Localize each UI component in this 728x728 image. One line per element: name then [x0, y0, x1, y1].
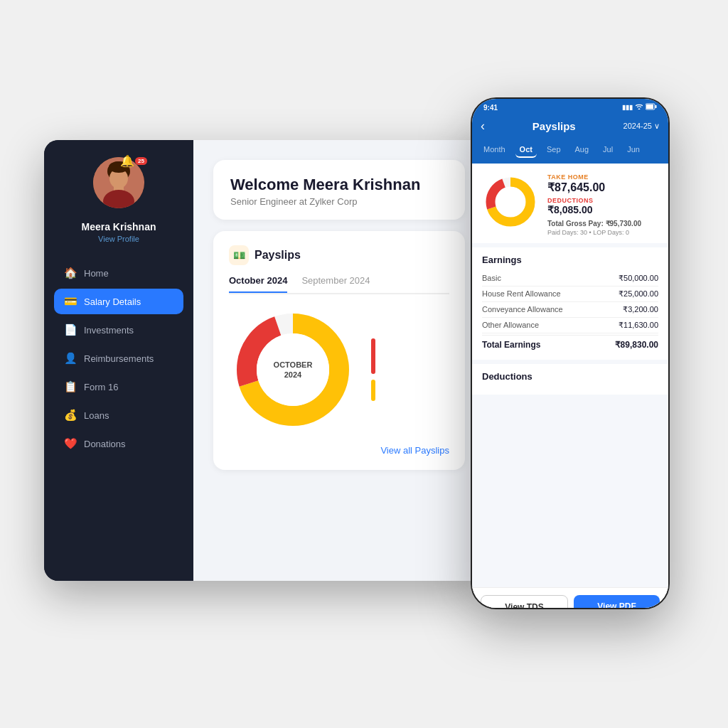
svg-rect-11: [655, 105, 657, 108]
month-tab-jun[interactable]: Jun: [623, 142, 644, 158]
deductions-label: DEDUCTIONS: [547, 197, 658, 204]
welcome-title: Welcome Meera Krishnan: [230, 176, 448, 194]
mobile-body: TAKE HOME ₹87,645.00 DEDUCTIONS ₹8,085.0…: [472, 164, 668, 587]
sidebar-item-reimbursements-label: Reimbursements: [84, 353, 154, 364]
mobile-time: 9:41: [483, 104, 498, 112]
sidebar-item-donations-label: Donations: [84, 439, 126, 449]
total-earnings-row: Total Earnings ₹89,830.00: [482, 335, 658, 353]
salary-icon: 💳: [64, 295, 77, 308]
donations-icon: ❤️: [64, 437, 77, 450]
conveyance-value: ₹3,200.00: [623, 305, 658, 314]
mobile-year-selector[interactable]: 2024-25 ∨: [623, 122, 660, 131]
take-home-value: ₹87,645.00: [547, 181, 658, 194]
total-gross: Total Gross Pay: ₹95,730.00: [547, 220, 658, 228]
earnings-section: Earnings Basic ₹50,000.00 House Rent All…: [472, 247, 668, 360]
sidebar-item-investments[interactable]: 📄 Investments: [54, 317, 183, 343]
payslips-icon: 💵: [229, 245, 249, 265]
tab-september[interactable]: September 2024: [301, 275, 370, 293]
avatar: [93, 157, 144, 208]
payslips-title: Payslips: [255, 249, 301, 262]
month-tab-label: Month: [479, 142, 510, 158]
sidebar-item-donations[interactable]: ❤️ Donations: [54, 431, 183, 456]
sidebar-user-name: Meera Krishnan: [81, 221, 156, 232]
earnings-title: Earnings: [482, 255, 658, 265]
status-icons: ▮▮▮: [622, 103, 657, 112]
total-earnings-label: Total Earnings: [482, 340, 540, 350]
mobile-header: ‹ Payslips 2024-25 ∨: [472, 114, 668, 142]
hra-value: ₹25,000.00: [619, 289, 658, 299]
sidebar-item-home[interactable]: 🏠 Home: [54, 260, 183, 286]
total-gross-value: ₹95,730.00: [606, 220, 642, 228]
chart-area: OCTOBER2024: [229, 306, 449, 434]
desktop-app: 🔔 25: [44, 140, 485, 581]
basic-label: Basic: [482, 274, 501, 283]
scene: 🔔 25: [44, 97, 684, 631]
sidebar-nav: 🏠 Home 💳 Salary Details 📄 Investments 👤 …: [44, 260, 193, 456]
loans-icon: 💰: [64, 409, 77, 422]
month-tab-aug[interactable]: Aug: [571, 142, 594, 158]
mobile-bottom-buttons: View TDS View PDF: [472, 587, 668, 609]
sidebar-item-salary[interactable]: 💳 Salary Details: [54, 289, 183, 314]
reimbursements-icon: 👤: [64, 352, 77, 365]
month-tab-oct[interactable]: Oct: [515, 142, 537, 158]
take-home-label: TAKE HOME: [547, 173, 658, 181]
svg-rect-12: [646, 105, 653, 109]
sidebar-item-salary-label: Salary Details: [84, 296, 141, 307]
view-pdf-button[interactable]: View PDF: [574, 595, 660, 609]
welcome-sub: Senior Engineer at Zylker Corp: [230, 196, 448, 207]
main-content: Welcome Meera Krishnan Senior Engineer a…: [193, 140, 485, 581]
wifi-icon: [635, 103, 643, 112]
mobile-app: 9:41 ▮▮▮: [471, 97, 670, 609]
deductions-section: Deductions: [472, 364, 668, 395]
donut-chart: OCTOBER2024: [229, 306, 357, 434]
mobile-month-tabs: Month Oct Sep Aug Jul Jun: [472, 142, 668, 164]
chart-legend: [371, 338, 375, 401]
battery-icon: [646, 103, 657, 112]
sidebar-item-home-label: Home: [84, 268, 109, 279]
svg-point-16: [496, 187, 525, 217]
bell-icon[interactable]: 🔔: [120, 154, 134, 168]
earnings-row-hra: House Rent Allowance ₹25,000.00: [482, 287, 658, 302]
other-label: Other Allowance: [482, 321, 539, 330]
avatar-wrap: 🔔 25: [93, 157, 144, 208]
legend-bar-yellow: [371, 380, 375, 401]
home-icon: 🏠: [64, 267, 77, 279]
sidebar-item-investments-label: Investments: [84, 325, 134, 336]
view-all-payslips-link[interactable]: View all Payslips: [229, 445, 449, 456]
month-tab-jul[interactable]: Jul: [599, 142, 617, 158]
deductions-title: Deductions: [482, 371, 658, 382]
sidebar-item-loans[interactable]: 💰 Loans: [54, 402, 183, 428]
earnings-row-basic: Basic ₹50,000.00: [482, 271, 658, 287]
earnings-row-conveyance: Conveyance Allowance ₹3,200.00: [482, 302, 658, 318]
month-tab-sep[interactable]: Sep: [542, 142, 565, 158]
total-earnings-value: ₹89,830.00: [615, 340, 658, 350]
earnings-row-other: Other Allowance ₹11,630.00: [482, 318, 658, 333]
signal-icon: ▮▮▮: [622, 104, 633, 111]
legend-bar-red: [371, 338, 375, 374]
investments-icon: 📄: [64, 323, 77, 336]
welcome-card: Welcome Meera Krishnan Senior Engineer a…: [213, 160, 465, 220]
mobile-status-bar: 9:41 ▮▮▮: [472, 99, 668, 114]
view-tds-button[interactable]: View TDS: [481, 595, 568, 609]
sidebar-item-form16[interactable]: 📋 Form 16: [54, 374, 183, 400]
view-profile-link[interactable]: View Profile: [98, 235, 139, 243]
paid-days: Paid Days: 30 • LOP Days: 0: [547, 229, 658, 236]
tab-october[interactable]: October 2024: [229, 275, 287, 293]
mini-donut-chart: [482, 173, 539, 230]
payslips-tabs: October 2024 September 2024: [229, 275, 449, 294]
sidebar-item-reimbursements[interactable]: 👤 Reimbursements: [54, 346, 183, 371]
back-button[interactable]: ‹: [481, 119, 485, 134]
sidebar-item-loans-label: Loans: [84, 410, 109, 421]
conveyance-label: Conveyance Allowance: [482, 305, 563, 314]
other-value: ₹11,630.00: [619, 321, 658, 330]
notification-badge: 25: [135, 157, 147, 165]
total-gross-label: Total Gross Pay:: [547, 220, 604, 228]
payslips-card: 💵 Payslips October 2024 September 2024: [213, 231, 465, 470]
hra-label: House Rent Allowance: [482, 289, 561, 299]
pay-summary: TAKE HOME ₹87,645.00 DEDUCTIONS ₹8,085.0…: [472, 164, 668, 243]
basic-value: ₹50,000.00: [619, 274, 658, 283]
sidebar-item-form16-label: Form 16: [84, 382, 118, 392]
form16-icon: 📋: [64, 380, 77, 393]
payslips-header: 💵 Payslips: [229, 245, 449, 265]
deductions-value: ₹8,085.00: [547, 204, 658, 215]
